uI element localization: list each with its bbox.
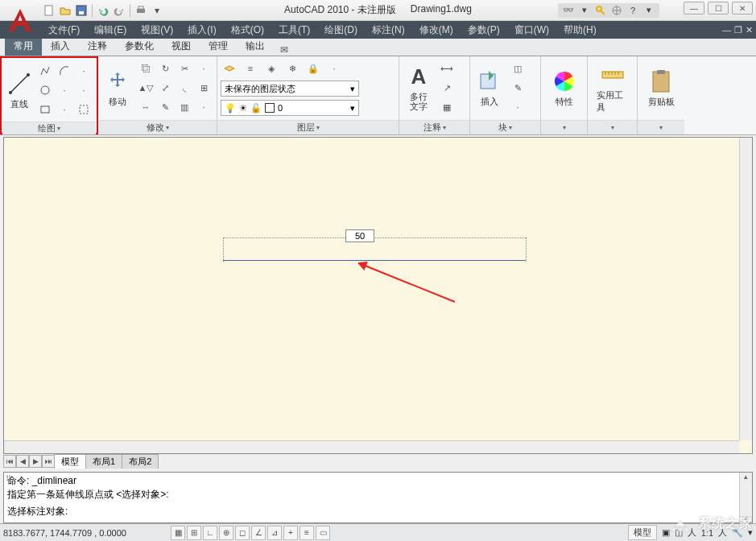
otrack-icon[interactable]: ∠ — [251, 526, 266, 540]
menu-param[interactable]: 参数(P) — [461, 22, 506, 39]
array-icon[interactable]: ⊞ — [195, 79, 213, 97]
tab-output[interactable]: 输出 — [237, 36, 274, 56]
model-space-button[interactable]: 模型 — [628, 525, 657, 540]
properties-button[interactable]: 特性 — [548, 60, 580, 116]
dyn-icon[interactable]: + — [283, 526, 298, 540]
dropdown-icon[interactable]: ▾ — [577, 4, 592, 17]
menu-file[interactable]: 文件(F) — [42, 22, 86, 39]
menu-window[interactable]: 窗口(W) — [508, 22, 556, 39]
comm-icon[interactable] — [609, 4, 624, 17]
maximize-button[interactable]: ☐ — [708, 2, 729, 14]
polyline-icon[interactable] — [36, 62, 54, 80]
spline-icon[interactable]: · — [75, 62, 93, 80]
osnap-icon[interactable]: ◻ — [235, 526, 250, 540]
paste-button[interactable]: 剪贴板 — [645, 60, 677, 116]
doc-minimize[interactable]: — — [722, 25, 731, 35]
layer-states-icon[interactable]: ≡ — [242, 60, 259, 77]
menu-view[interactable]: 视图(V) — [134, 22, 180, 39]
layer-current-combo[interactable]: 💡 ☀ 🔓 0 ▾ — [221, 100, 359, 116]
layer-iso-icon[interactable]: ◈ — [262, 60, 280, 77]
drawing-area[interactable]: 50 — [3, 137, 753, 454]
doc-restore[interactable]: ❐ — [734, 25, 742, 35]
edit-attr-icon[interactable]: · — [509, 98, 527, 116]
measure-button[interactable]: 实用工具 — [597, 60, 629, 116]
qat-dropdown-icon[interactable]: ▾ — [150, 3, 164, 18]
mtext-button[interactable]: A 多行 文字 — [403, 60, 435, 116]
erase-icon[interactable]: ✎ — [156, 98, 174, 116]
edit-block-icon[interactable]: ✎ — [509, 79, 527, 97]
dropdown2-icon[interactable]: ▾ — [642, 4, 656, 17]
scale-icon[interactable]: ⤢ — [156, 79, 174, 97]
tab-annotate[interactable]: 注释 — [79, 36, 116, 56]
menu-help[interactable]: 帮助(H) — [557, 22, 603, 39]
tab-model[interactable]: 模型 — [54, 454, 86, 469]
ribbon-extra-icon[interactable]: ✉ — [280, 44, 288, 56]
print-icon[interactable] — [134, 3, 148, 18]
polygon-icon[interactable]: · — [56, 101, 73, 118]
layer-off-icon[interactable]: · — [325, 60, 343, 77]
panel-clipboard-expand[interactable]: ▾ — [659, 124, 663, 131]
snap-icon[interactable]: ▦ — [171, 526, 185, 540]
help-icon[interactable]: ? — [626, 4, 640, 17]
circle-icon[interactable] — [36, 81, 54, 99]
key-icon[interactable] — [593, 4, 608, 17]
tab-insert[interactable]: 插入 — [42, 36, 79, 56]
arc-icon[interactable] — [56, 62, 73, 80]
insert-block-button[interactable]: 插入 — [473, 60, 506, 116]
menu-draw[interactable]: 绘图(D) — [318, 22, 364, 39]
copy-icon[interactable]: ⿻ — [137, 60, 155, 77]
save-icon[interactable] — [74, 3, 89, 18]
layer-prop-icon[interactable] — [221, 60, 238, 77]
rotate-icon[interactable]: ↻ — [156, 60, 174, 77]
mirror-icon[interactable]: ▲▽ — [137, 79, 155, 97]
offset-icon[interactable]: · — [195, 98, 213, 116]
grid-icon[interactable]: ⊞ — [187, 526, 201, 540]
sheet-next[interactable]: ▶ — [29, 455, 42, 468]
lwt-icon[interactable]: ≡ — [300, 526, 314, 540]
ducs-icon[interactable]: ⊿ — [267, 526, 282, 540]
command-window[interactable]: ⠿ 命令: _dimlinear 指定第一条延伸线原点或 <选择对象>: 选择标… — [3, 472, 753, 523]
polar-icon[interactable]: ⊕ — [219, 526, 233, 540]
tab-view[interactable]: 视图 — [163, 36, 200, 56]
sheet-first[interactable]: ⏮ — [3, 455, 16, 468]
command-handle[interactable]: ⠿ — [6, 474, 15, 483]
layer-lock-icon[interactable]: 🔒 — [304, 60, 322, 77]
menu-modify[interactable]: 修改(M) — [413, 22, 460, 39]
undo-icon[interactable] — [96, 3, 110, 18]
fillet-icon[interactable]: ◟ — [176, 79, 193, 97]
tab-parametric[interactable]: 参数化 — [116, 36, 163, 56]
trim-icon[interactable]: ✂ — [176, 60, 193, 77]
rectangle-icon[interactable] — [36, 101, 54, 118]
new-icon[interactable] — [42, 3, 56, 18]
tab-home[interactable]: 常用 — [5, 36, 42, 56]
panel-draw-expand[interactable]: ▾ — [57, 125, 60, 132]
doc-close[interactable]: ✕ — [746, 25, 753, 35]
minimize-button[interactable]: — — [684, 2, 704, 14]
extend-icon[interactable]: · — [195, 60, 213, 77]
vertical-scrollbar[interactable] — [739, 138, 752, 440]
stretch-icon[interactable]: ↔ — [137, 98, 155, 116]
create-block-icon[interactable]: ◫ — [509, 60, 527, 77]
dimension-text-input[interactable]: 50 — [345, 229, 374, 242]
table-icon[interactable]: ▦ — [438, 98, 456, 116]
horizontal-scrollbar[interactable] — [4, 440, 739, 453]
panel-properties-expand[interactable]: ▾ — [563, 124, 566, 131]
panel-block-expand[interactable]: ▾ — [509, 124, 512, 131]
ellipse-icon[interactable]: · — [56, 81, 73, 99]
panel-layers-expand[interactable]: ▾ — [316, 124, 320, 131]
tab-manage[interactable]: 管理 — [200, 36, 237, 56]
menu-tools[interactable]: 工具(T) — [272, 22, 316, 39]
leader-icon[interactable]: ↗ — [438, 79, 456, 97]
menu-format[interactable]: 格式(O) — [225, 22, 271, 39]
panel-utilities-expand[interactable]: ▾ — [611, 124, 614, 131]
sheet-last[interactable]: ⏭ — [42, 455, 55, 468]
menu-insert[interactable]: 插入(I) — [181, 22, 222, 39]
menu-dimension[interactable]: 标注(N) — [366, 22, 411, 39]
line-button[interactable]: 直线 — [6, 62, 33, 118]
open-icon[interactable] — [58, 3, 72, 18]
menu-edit[interactable]: 编辑(E) — [88, 22, 133, 39]
sheet-prev[interactable]: ◀ — [16, 455, 29, 468]
dimension-icon[interactable]: ⟷ — [438, 60, 456, 77]
binoculars-icon[interactable]: 👓 — [561, 4, 576, 17]
close-button[interactable]: ✕ — [732, 2, 753, 14]
